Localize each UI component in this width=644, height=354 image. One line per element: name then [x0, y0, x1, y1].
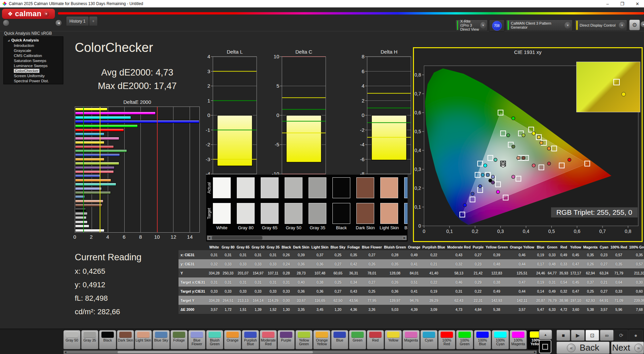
play-button[interactable]: ▶ — [571, 330, 585, 341]
calman-logo-button[interactable]: ❖ calman ▼ — [2, 9, 55, 19]
target-swatch-gray-35[interactable] — [309, 203, 326, 224]
palette-expand-button[interactable]: ▲ — [539, 330, 552, 340]
refresh-button[interactable]: ⟳ — [614, 330, 628, 341]
palette-orange[interactable]: Orange — [224, 330, 241, 349]
restore-button[interactable]: ❐ — [620, 1, 624, 6]
loop-button[interactable]: ∞ — [600, 330, 614, 341]
target-swatch-blue-sky[interactable] — [404, 203, 408, 224]
sidebar-item-luminance-sweeps[interactable]: Luminance Sweeps — [4, 63, 63, 68]
palette-purple[interactable]: Purple — [278, 330, 295, 349]
tab-add-button[interactable]: + — [89, 16, 98, 26]
sidebar-item-introduction[interactable]: Introduction — [4, 43, 63, 48]
stop-button[interactable]: ■ — [556, 330, 570, 341]
sidebar-item-screen-uniformity[interactable]: Screen Uniformity — [4, 73, 63, 79]
sidebar-collapse-button[interactable]: ◀ — [55, 20, 62, 26]
pattern-preview-button[interactable] — [539, 340, 551, 353]
palette-blue-sky[interactable]: Blue Sky — [153, 330, 170, 349]
actual-swatch-blue-sky[interactable] — [404, 177, 408, 198]
delta-h-title: Delta H — [367, 49, 411, 55]
target-swatch-black[interactable] — [332, 203, 350, 224]
palette-moderate-red[interactable]: Moderate Red — [260, 330, 277, 349]
delta-l-chart: Delta L 43210-1-2-3-4 — [202, 49, 266, 177]
palette-black[interactable]: Black — [99, 330, 116, 349]
palette-blue-flower[interactable]: Blue Flower — [188, 330, 205, 349]
palette-blue[interactable]: Blue — [331, 330, 348, 349]
palette-scroll-thumb[interactable] — [118, 351, 313, 353]
scroll-right-icon[interactable]: ▶ — [402, 236, 407, 240]
chevron-down-icon[interactable]: ▼ — [565, 22, 571, 29]
target-swatch-light-skin[interactable] — [380, 203, 398, 224]
sidebar-item-quick-analysis[interactable]: ◢Quick Analysis — [4, 38, 63, 43]
sidebar-item-saturation-sweeps[interactable]: Saturation Sweeps — [4, 58, 63, 63]
meter-pattern-generator[interactable]: CalMAN Client 3 Pattern Generator ▼ — [506, 20, 573, 31]
next-button[interactable]: Next » — [611, 342, 644, 354]
target-swatch-gray-50[interactable] — [285, 203, 302, 224]
logo-dropdown-icon[interactable]: ▼ — [43, 11, 49, 17]
sidebar-item-grayscale[interactable]: Grayscale — [4, 48, 63, 53]
scroll-left-icon[interactable]: ◀ — [207, 236, 211, 240]
actual-swatch-dark-skin[interactable] — [356, 177, 374, 198]
pattern-window-button[interactable]: ⊡ — [585, 330, 599, 341]
palette-light-skin[interactable]: Light Skin — [135, 330, 152, 349]
sidebar-item-colorchecker[interactable]: ColorChecker — [4, 68, 63, 73]
palette-orange-yellow[interactable]: Orange Yellow — [313, 330, 330, 349]
meter-colorimeter[interactable]: X-Rite i1Pro 3Direct View ▼ — [455, 20, 488, 31]
sidebar-pin-button[interactable] — [3, 20, 9, 26]
target-swatch-white[interactable] — [213, 203, 231, 224]
expander-icon[interactable]: ◢ — [8, 38, 9, 43]
target-swatch-dark-skin[interactable] — [356, 203, 374, 224]
exposure-badge[interactable]: 708 — [492, 21, 502, 31]
palette-cyan[interactable]: Cyan — [420, 330, 438, 349]
palette-yellow-green[interactable]: Yellow Green — [295, 330, 313, 349]
target-swatch-gray-65[interactable] — [261, 203, 279, 224]
palette-100-cyan[interactable]: 100% Cyan — [492, 330, 509, 349]
palette-magenta[interactable]: Magenta — [402, 330, 420, 349]
settings-button[interactable]: ⚙ — [629, 20, 640, 30]
palette-100-red[interactable]: 100% Red — [438, 330, 455, 349]
scroll-right-icon[interactable]: ▶ — [533, 351, 537, 354]
table-cell: 0,36 — [383, 287, 407, 296]
actual-swatch-white[interactable] — [213, 177, 231, 198]
actual-swatch-gray-35[interactable] — [309, 177, 326, 198]
actual-swatch-black[interactable] — [332, 177, 350, 198]
chevron-down-icon[interactable]: ▼ — [480, 22, 486, 29]
palette-gray-35[interactable]: Gray 35 — [81, 330, 98, 349]
palette-red[interactable]: Red — [367, 330, 384, 349]
palette-green[interactable]: Green — [349, 330, 366, 349]
palette-100-blue[interactable]: 100% Blue — [474, 330, 491, 349]
scroll-left-icon[interactable]: ◀ — [64, 351, 67, 354]
palette-yellow[interactable]: Yellow — [385, 330, 402, 349]
minimize-button[interactable]: – — [606, 1, 609, 6]
palette-label: Moderate Red — [260, 338, 277, 346]
back-button[interactable]: « Back — [556, 342, 610, 354]
record-button[interactable]: ● — [629, 330, 643, 341]
target-swatch-gray-80[interactable] — [237, 203, 255, 224]
palette-dark-skin[interactable]: Dark Skin — [117, 330, 134, 349]
swatch-scroll-thumb[interactable] — [212, 236, 262, 240]
actual-swatch-gray-50[interactable] — [285, 177, 302, 198]
palette-100-magenta[interactable]: 100% Magenta — [510, 330, 527, 349]
palette-label: Purple — [278, 338, 294, 342]
sidebar-item-cms-calibration[interactable]: CMS Calibration — [4, 53, 63, 58]
palette-scrollbar[interactable]: ◀ ▶ — [63, 350, 537, 354]
cie-measured-blue — [471, 192, 474, 196]
panel-collapse-button[interactable]: ◀ — [640, 21, 644, 28]
palette-bluish-green[interactable]: Bluish Green — [206, 330, 223, 349]
sidebar-item-spectral-power-dist-[interactable]: Spectral Power Dist. — [4, 79, 63, 84]
palette-100-green[interactable]: 100% Green — [456, 330, 473, 349]
palette-foliage[interactable]: Foliage — [170, 330, 188, 349]
close-button[interactable]: ✕ — [636, 1, 639, 6]
actual-swatch-gray-65[interactable] — [261, 177, 279, 198]
table-cell: 71,79 — [609, 268, 628, 277]
palette-purplish-blue[interactable]: Purplish Blue — [242, 330, 259, 349]
palette-chip — [387, 331, 399, 338]
table-cell: 0,35 — [609, 259, 628, 268]
chevron-down-icon[interactable]: ▼ — [619, 22, 625, 29]
actual-swatch-light-skin[interactable] — [380, 177, 398, 198]
table-cell: 62,94 — [582, 268, 599, 277]
actual-swatch-gray-80[interactable] — [237, 177, 255, 198]
palette-gray-50[interactable]: Gray 50 — [63, 330, 80, 349]
tab-history-1[interactable]: History 1 — [66, 16, 89, 26]
swatch-scrollbar[interactable]: ◀ ▶ — [207, 235, 407, 240]
meter-display-control[interactable]: Direct Display Control ▼ — [575, 20, 627, 31]
